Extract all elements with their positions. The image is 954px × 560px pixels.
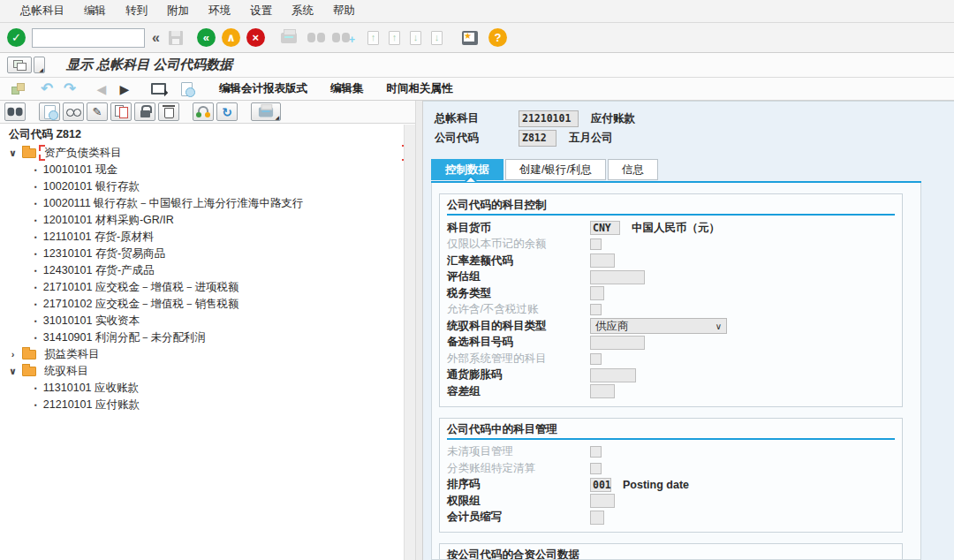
tree-folder-node[interactable]: ∨统驭科目	[0, 363, 415, 380]
panel-splitter[interactable]	[415, 101, 423, 560]
menu-item[interactable]: 设置	[240, 0, 282, 22]
tree-account-node[interactable]: ▪12310101 存货-贸易商品	[0, 246, 415, 262]
arrow-up-glyph: ↑	[392, 33, 398, 42]
screen-assign-icon[interactable]	[148, 83, 168, 95]
collapse-command-icon[interactable]: «	[152, 30, 160, 46]
plus-glyph: +	[349, 34, 355, 46]
enter-button[interactable]: ✓	[7, 28, 26, 47]
print-icon[interactable]	[281, 33, 297, 43]
back-button[interactable]: «	[197, 28, 216, 47]
dropdown-select[interactable]: 供应商∨	[590, 318, 727, 334]
edit-button[interactable]: ✎	[87, 102, 108, 121]
tree-folder-node[interactable]: ›损益类科目	[0, 346, 415, 363]
services-dropdown-button[interactable]: ◢	[34, 57, 45, 73]
tree-account-node[interactable]: ▪12010101 材料采购-GR/IR	[0, 212, 415, 229]
bullet-icon: ▪	[34, 385, 37, 392]
checkbox[interactable]	[590, 304, 602, 315]
document-globe-icon[interactable]	[177, 82, 196, 96]
menu-item[interactable]: 系统	[282, 0, 323, 22]
input-field[interactable]	[590, 286, 604, 300]
print-tree-button[interactable]: ◢	[251, 102, 281, 121]
exit-button[interactable]: ∧	[222, 28, 240, 47]
checkbox[interactable]	[590, 238, 602, 250]
cancel-button[interactable]: ×	[246, 28, 265, 47]
detail-tab[interactable]: 信息	[608, 159, 658, 180]
menu-item[interactable]: 帮助	[323, 0, 365, 22]
field-value-box[interactable]: Z812	[519, 130, 556, 147]
page-down-icon[interactable]: ↓	[410, 31, 421, 45]
tree-collapse-icon[interactable]: ∨	[7, 367, 19, 376]
save-icon[interactable]	[169, 31, 183, 45]
field-value-box[interactable]: 21210101	[519, 110, 579, 127]
bullet-icon: ▪	[34, 217, 37, 224]
input-field[interactable]	[590, 336, 645, 350]
menu-item[interactable]: 环境	[199, 0, 240, 22]
tree-scrollbar[interactable]	[404, 125, 415, 560]
block-button[interactable]	[134, 102, 155, 121]
check-button[interactable]	[193, 102, 214, 121]
input-field[interactable]	[590, 270, 645, 284]
copy-button[interactable]	[110, 102, 132, 121]
tree-account-node[interactable]: ▪21710101 应交税金－增值税－进项税额	[0, 279, 415, 296]
find-next-icon[interactable]: +	[332, 32, 350, 43]
input-field[interactable]: CNY	[590, 221, 620, 235]
tree-account-node[interactable]: ▪12430101 存货-产成品	[0, 262, 415, 279]
input-field[interactable]	[590, 384, 615, 398]
find-button[interactable]	[4, 102, 26, 121]
create-shortcut-icon[interactable]: ★	[462, 31, 478, 45]
command-input[interactable]	[32, 28, 145, 48]
tree-account-node[interactable]: ▪12110101 存货-原材料	[0, 229, 415, 246]
menu-item[interactable]: 总帐科目	[11, 0, 74, 22]
input-field[interactable]	[590, 368, 636, 382]
field-description: Posting date	[623, 479, 689, 491]
page-up-icon[interactable]: ↑	[389, 31, 400, 45]
input-field[interactable]: 001	[590, 478, 611, 492]
tree-collapse-icon[interactable]: ∨	[7, 148, 19, 158]
tree-node-label: 31410901 利润分配－未分配利润	[43, 330, 206, 345]
tree-account-node[interactable]: ▪11310101 应收账款	[0, 380, 415, 397]
app-toolbar-button[interactable]: 编辑会计报表版式	[219, 81, 307, 96]
field-description: 五月公司	[569, 131, 613, 146]
tree-expand-icon[interactable]: ›	[7, 350, 19, 359]
tree-account-node[interactable]: ▪21710102 应交税金－增值税－销售税额	[0, 296, 415, 313]
tree-account-node[interactable]: ▪10010101 现金	[0, 162, 415, 178]
menu-item[interactable]: 编辑	[74, 0, 116, 22]
tree-account-node[interactable]: ▪31410901 利润分配－未分配利润	[0, 329, 415, 346]
create-button[interactable]	[39, 102, 60, 121]
display-button[interactable]	[63, 102, 84, 121]
checkbox[interactable]	[590, 353, 602, 365]
group-box: 公司代码中的科目管理未清项目管理分类账组特定清算排序码001Posting da…	[439, 418, 903, 534]
hierarchy-icon[interactable]	[9, 83, 28, 95]
form-row: 允许含/不含税过账	[447, 302, 895, 319]
app-toolbar-button[interactable]: 时间相关属性	[387, 81, 453, 96]
tree-account-node[interactable]: ▪21210101 应付账款	[0, 397, 415, 413]
form-row: 排序码001Posting date	[447, 477, 895, 494]
undo-icon[interactable]: ↶	[37, 81, 57, 96]
tree-account-node[interactable]: ▪31010101 实收资本	[0, 313, 415, 329]
checkbox[interactable]	[590, 446, 602, 458]
help-button[interactable]: ?	[488, 28, 507, 47]
tree-account-node[interactable]: ▪10020101 银行存款	[0, 178, 415, 195]
last-page-icon[interactable]: ↓	[431, 31, 443, 45]
input-field[interactable]	[590, 511, 604, 525]
menu-item[interactable]: 转到	[116, 0, 157, 22]
detail-tab[interactable]: 创建/银行/利息	[505, 159, 606, 180]
services-for-object-button[interactable]	[7, 57, 32, 73]
first-page-icon[interactable]: ↑	[367, 31, 379, 45]
checkbox[interactable]	[590, 463, 602, 474]
next-item-icon[interactable]: ▶	[115, 82, 134, 96]
tree-folder-node[interactable]: ∨资产负债类科目	[0, 145, 415, 162]
menu-item[interactable]: 附加	[157, 0, 199, 22]
input-field[interactable]	[590, 494, 615, 508]
find-icon[interactable]	[307, 32, 325, 43]
application-toolbar: ↶ ↷ ◀ ▶ 编辑会计报表版式编辑集时间相关属性	[0, 78, 954, 101]
app-toolbar-button[interactable]: 编辑集	[330, 81, 364, 96]
arrow-down-glyph: ↓	[413, 33, 419, 42]
input-field[interactable]	[590, 254, 615, 268]
refresh-button[interactable]: ↻	[216, 102, 238, 121]
tree-account-node[interactable]: ▪10020111 银行存款－中国银行上海分行淮海中路支行	[0, 195, 415, 212]
delete-button[interactable]	[158, 102, 179, 121]
previous-item-icon[interactable]: ◀	[92, 82, 111, 96]
redo-icon[interactable]: ↷	[60, 81, 80, 96]
form-row: 税务类型	[447, 285, 895, 302]
